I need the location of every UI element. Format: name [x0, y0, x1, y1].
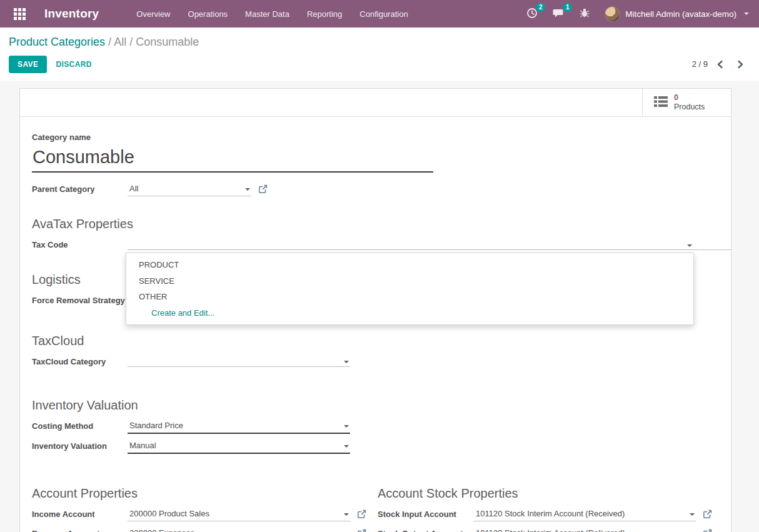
inventory-valuation-section-title: Inventory Valuation: [32, 398, 719, 413]
stock-input-account-field[interactable]: 101120 Stock Interim Account (Received): [474, 509, 696, 521]
user-menu[interactable]: Mitchell Admin (avatax-demo): [605, 6, 749, 22]
button-box: 0 Products: [20, 89, 731, 117]
external-link-icon[interactable]: [703, 509, 712, 521]
apps-grid-icon[interactable]: [14, 8, 26, 20]
user-name: Mitchell Admin (avatax-demo): [625, 9, 736, 19]
external-link-icon[interactable]: [357, 509, 366, 521]
external-link-icon[interactable]: [258, 184, 268, 196]
tax-code-field[interactable]: [128, 239, 731, 250]
stat-value: 0: [674, 93, 705, 103]
debug-button[interactable]: [573, 4, 596, 24]
control-panel: Product Categories / All / Consumable SA…: [0, 28, 759, 81]
save-button[interactable]: SAVE: [9, 56, 47, 73]
account-stock-properties-title: Account Stock Properties: [378, 486, 719, 501]
dropdown-option-product[interactable]: PRODUCT: [126, 257, 693, 273]
app-brand[interactable]: Inventory: [44, 7, 99, 21]
costing-method-select[interactable]: Standard Price: [128, 421, 350, 434]
pager: 2 / 9: [692, 59, 749, 70]
income-account-label: Income Account: [32, 509, 128, 519]
taxcloud-category-label: TaxCloud Category: [32, 356, 128, 366]
chevron-down-icon[interactable]: [344, 445, 349, 448]
dropdown-option-other[interactable]: OTHER: [126, 289, 693, 305]
user-avatar: [605, 6, 620, 22]
chevron-down-icon[interactable]: [245, 188, 250, 191]
tax-code-label: Tax Code: [32, 239, 128, 249]
menu-reporting[interactable]: Reporting: [298, 0, 351, 28]
stat-label: Products: [674, 103, 705, 112]
products-stat-button[interactable]: 0 Products: [642, 89, 731, 116]
breadcrumb-root[interactable]: Product Categories: [9, 36, 105, 48]
costing-method-label: Costing Method: [32, 421, 128, 431]
form-view: 0 Products Category name Consumable Pare…: [0, 81, 759, 532]
account-properties-title: Account Properties: [32, 486, 378, 501]
parent-category-field[interactable]: All: [128, 184, 251, 196]
category-name-label: Category name: [32, 133, 719, 142]
main-menu: Overview Operations Master Data Reportin…: [128, 0, 416, 28]
menu-master-data[interactable]: Master Data: [236, 0, 298, 28]
pager-previous-button[interactable]: [711, 59, 728, 70]
inventory-valuation-select[interactable]: Manual: [128, 441, 350, 454]
discard-button[interactable]: DISCARD: [56, 60, 91, 69]
top-navbar: Inventory Overview Operations Master Dat…: [0, 0, 759, 28]
messages-badge: 1: [563, 3, 572, 12]
avatax-section-title: AvaTax Properties: [32, 217, 719, 231]
category-name-input[interactable]: Consumable: [32, 146, 433, 173]
breadcrumb-current: Consumable: [136, 36, 199, 48]
bug-icon: [580, 8, 590, 20]
list-icon: [654, 96, 668, 109]
menu-operations[interactable]: Operations: [179, 0, 237, 28]
parent-category-label: Parent Category: [32, 184, 128, 194]
dropdown-option-service[interactable]: SERVICE: [126, 273, 693, 289]
expense-account-label: Expense Account: [32, 528, 128, 532]
systray: 2 1 Mitchell Admin (avatax-demo): [520, 4, 749, 24]
taxcloud-category-field[interactable]: [128, 356, 350, 367]
activities-badge: 2: [536, 3, 545, 12]
chevron-down-icon[interactable]: [687, 244, 692, 247]
stock-output-account-label: Stock Output Account: [378, 528, 474, 532]
inventory-valuation-label: Inventory Valuation: [32, 441, 128, 451]
breadcrumb: Product Categories / All / Consumable: [9, 36, 749, 49]
menu-overview[interactable]: Overview: [128, 0, 179, 28]
expense-account-field[interactable]: 220000 Expenses: [128, 528, 350, 532]
external-link-icon[interactable]: [357, 529, 366, 532]
menu-configuration[interactable]: Configuration: [351, 0, 416, 28]
tax-code-dropdown: PRODUCT SERVICE OTHER Create and Edit...: [126, 253, 694, 325]
activities-button[interactable]: 2: [520, 4, 544, 24]
chevron-down-icon[interactable]: [344, 513, 349, 516]
income-account-field[interactable]: 200000 Product Sales: [128, 509, 350, 521]
force-removal-strategy-label: Force Removal Strategy: [32, 295, 128, 305]
account-properties-group: Account Properties Income Account 200000…: [32, 486, 378, 532]
messages-button[interactable]: 1: [546, 4, 571, 24]
chevron-down-icon[interactable]: [690, 513, 695, 516]
stock-output-account-field[interactable]: 101130 Stock Interim Account (Delivered): [474, 528, 696, 532]
breadcrumb-parent: All: [114, 36, 126, 48]
stock-input-account-label: Stock Input Account: [378, 509, 474, 519]
chevron-down-icon: [744, 13, 749, 15]
pager-value: 2 / 9: [692, 59, 708, 69]
dropdown-create-and-edit[interactable]: Create and Edit...: [126, 305, 693, 321]
taxcloud-section-title: TaxCloud: [32, 334, 719, 348]
external-link-icon[interactable]: [703, 529, 712, 532]
chevron-down-icon[interactable]: [344, 425, 349, 428]
account-stock-properties-group: Account Stock Properties Stock Input Acc…: [378, 486, 719, 532]
chevron-down-icon[interactable]: [344, 361, 349, 363]
form-sheet: 0 Products Category name Consumable Pare…: [19, 88, 731, 532]
pager-next-button[interactable]: [732, 59, 749, 70]
